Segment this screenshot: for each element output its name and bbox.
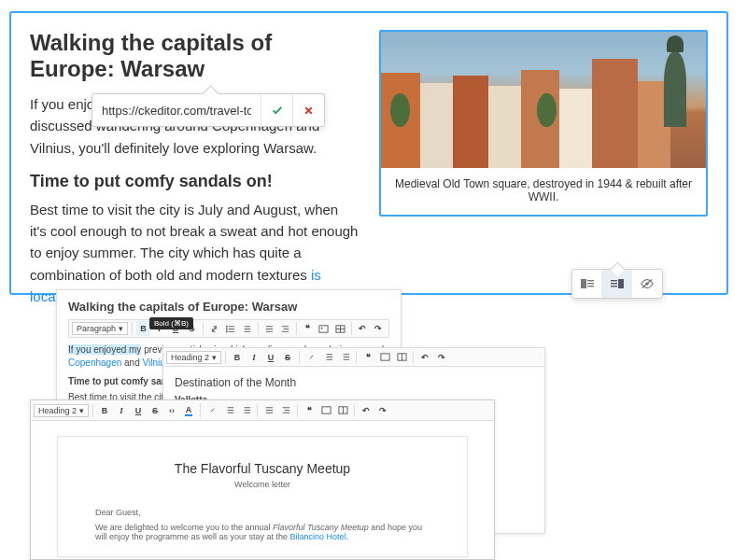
link-url-input[interactable]	[92, 98, 261, 123]
outdent-icon	[264, 324, 275, 334]
indent-button[interactable]	[278, 403, 293, 418]
strike-button[interactable]: S	[148, 403, 162, 418]
quote-button[interactable]: ❝	[360, 350, 375, 365]
txt: and	[121, 357, 142, 368]
bullet-list-button[interactable]	[223, 321, 237, 336]
code-button[interactable]: ‹›	[164, 403, 179, 418]
link-button[interactable]	[207, 321, 221, 336]
underline-button[interactable]: U	[131, 403, 146, 418]
italic-button[interactable]: I	[247, 350, 261, 365]
txt: .	[346, 532, 349, 541]
tuscany-document[interactable]: The Flavorful Tuscany Meetup Welcome let…	[57, 436, 468, 557]
bullet-list-button[interactable]	[320, 350, 335, 365]
heading-dropdown[interactable]: Paragraph▾	[72, 322, 128, 335]
numbered-list-icon	[241, 405, 251, 415]
svg-point-11	[226, 328, 228, 329]
close-icon	[303, 105, 315, 117]
bilancino-link[interactable]: Bilancino Hotel	[290, 532, 346, 541]
table-button[interactable]	[394, 350, 409, 365]
heading-dropdown[interactable]: Heading 2▾	[34, 404, 89, 417]
svg-rect-3	[587, 286, 594, 287]
svg-rect-4	[611, 280, 617, 281]
undo-button[interactable]: ↶	[359, 403, 374, 418]
image-button[interactable]	[318, 403, 333, 418]
image-align-right-button[interactable]	[602, 270, 632, 298]
numbered-list-button[interactable]	[238, 403, 253, 418]
svg-point-10	[226, 325, 228, 327]
bullet-list-button[interactable]	[221, 403, 236, 418]
eye-off-icon	[640, 277, 655, 290]
link-icon	[207, 405, 218, 415]
table-button[interactable]	[332, 321, 346, 336]
table-icon	[397, 352, 407, 362]
heading-dropdown[interactable]: Heading 2▾	[166, 351, 221, 364]
svg-rect-2	[587, 283, 594, 284]
chevron-down-icon: ▾	[79, 406, 84, 415]
link-copenhagen[interactable]: Copenhagen	[68, 357, 121, 368]
body-text-1: Best time to visit the city is July and …	[30, 202, 358, 283]
svg-rect-7	[618, 279, 624, 288]
image-toolbar	[571, 269, 663, 299]
underline-button[interactable]: U	[263, 350, 278, 365]
table-icon	[338, 405, 348, 415]
numbered-list-icon	[241, 324, 251, 334]
strike-button[interactable]: S	[280, 350, 295, 365]
bold-button[interactable]: B	[230, 350, 245, 365]
tuscany-para: We are delighted to welcome you to the a…	[95, 523, 430, 541]
toolbar-valletta: Heading 2▾ B I U S ❝ ↶ ↷	[163, 348, 544, 367]
font-color-button[interactable]: A	[181, 403, 196, 418]
link-button[interactable]	[204, 403, 219, 418]
editor-tuscany: Heading 2▾ B I U S ‹› A ❝ ↶ ↷ The Flavor…	[30, 399, 495, 560]
image-alt-text-button[interactable]	[632, 270, 662, 298]
redo-button[interactable]: ↷	[434, 350, 449, 365]
image-button[interactable]	[317, 321, 331, 336]
chevron-down-icon: ▾	[119, 324, 123, 333]
figure-caption[interactable]: Medieval Old Town square, destroyed in 1…	[381, 168, 706, 215]
indent-icon	[280, 324, 290, 334]
svg-rect-1	[587, 280, 594, 281]
align-left-icon	[580, 277, 595, 290]
outdent-button[interactable]	[261, 403, 276, 418]
indent-button[interactable]	[278, 321, 292, 336]
undo-button[interactable]: ↶	[417, 350, 432, 365]
svg-rect-18	[321, 407, 330, 413]
tuscany-em: Flavorful Tuscany Meetup	[273, 523, 369, 532]
redo-button[interactable]: ↷	[375, 403, 390, 418]
indent-icon	[281, 405, 291, 415]
redo-button[interactable]: ↷	[372, 321, 386, 336]
quote-button[interactable]: ❝	[301, 321, 315, 336]
link-button[interactable]	[303, 350, 318, 365]
svg-rect-0	[581, 279, 586, 288]
check-icon	[271, 104, 284, 117]
link-balloon	[92, 93, 325, 127]
image-icon	[321, 405, 331, 415]
image-button[interactable]	[377, 350, 392, 365]
italic-button[interactable]: I	[114, 403, 129, 418]
undo-button[interactable]: ↶	[356, 321, 370, 336]
link-accept-button[interactable]	[261, 94, 292, 126]
section-heading: Time to put comfy sandals on!	[30, 172, 359, 191]
numbered-list-button[interactable]	[239, 321, 253, 336]
outdent-button[interactable]	[262, 321, 276, 336]
figure-image	[381, 32, 706, 168]
valletta-title: Destination of the Month	[175, 376, 533, 389]
table-icon	[335, 324, 345, 334]
chevron-down-icon: ▾	[212, 353, 217, 362]
bold-tooltip: Bold (⌘B)	[149, 317, 193, 329]
numbered-list-icon	[340, 352, 350, 362]
link-icon	[209, 324, 219, 334]
bold-button[interactable]: B	[136, 321, 150, 336]
table-button[interactable]	[335, 403, 350, 418]
quote-button[interactable]: ❝	[302, 403, 317, 418]
image-figure[interactable]: Medieval Old Town square, destroyed in 1…	[379, 30, 708, 217]
bullet-list-icon	[224, 405, 234, 415]
link-icon	[306, 352, 317, 362]
image-align-left-button[interactable]	[572, 270, 602, 298]
sub-title: Walking the capitals of Europe: Warsaw	[68, 300, 389, 314]
link-cancel-button[interactable]	[292, 94, 324, 126]
toolbar-tuscany: Heading 2▾ B I U S ‹› A ❝ ↶ ↷	[31, 400, 494, 421]
bold-button[interactable]: B	[97, 403, 112, 418]
numbered-list-button[interactable]	[337, 350, 352, 365]
highlight-text: If you enjoyed my	[68, 344, 141, 355]
bullet-list-icon	[323, 352, 333, 362]
